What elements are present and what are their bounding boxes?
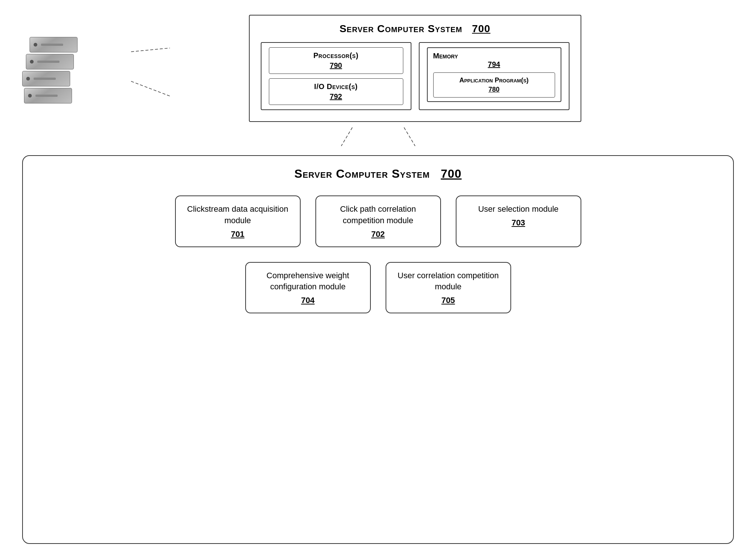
module-703-num: 703 xyxy=(468,218,569,228)
top-box-inner: Processor(s) 790 I/O Device(s) 792 Memor… xyxy=(261,42,569,110)
module-704-label: Comprehensive weight configuration modul… xyxy=(267,271,349,292)
memory-label: Memory xyxy=(433,52,458,60)
io-num: 792 xyxy=(277,92,396,101)
module-702: Click path correlation competition modul… xyxy=(315,195,441,247)
processor-label: Processor(s) xyxy=(313,51,358,59)
server-stack-icon xyxy=(22,37,81,103)
io-label: I/O Device(s) xyxy=(314,82,358,91)
top-server-title: Server Computer System 700 xyxy=(261,23,569,35)
module-702-label: Click path correlation competition modul… xyxy=(340,204,416,225)
svg-line-3 xyxy=(404,127,415,146)
server-unit-4 xyxy=(24,88,72,103)
io-box: I/O Device(s) 792 xyxy=(269,78,403,105)
server-icon-area xyxy=(22,15,96,103)
app-num: 780 xyxy=(439,86,549,93)
module-703-label: User selection module xyxy=(478,204,559,214)
module-703: User selection module 703 xyxy=(456,195,581,247)
page-container: Server Computer System 700 Processor(s) … xyxy=(0,0,756,555)
module-705: User correlation competition module 705 xyxy=(386,262,511,314)
server-unit-3 xyxy=(22,71,70,86)
bottom-server-title: Server Computer System 700 xyxy=(294,167,462,181)
module-701-label: Clickstream data acquisition module xyxy=(187,204,288,225)
processor-num: 790 xyxy=(277,61,396,70)
module-701: Clickstream data acquisition module 701 xyxy=(175,195,301,247)
bottom-server-box: Server Computer System 700 Clickstream d… xyxy=(22,155,734,544)
top-server-title-text: Server Computer System xyxy=(339,23,462,34)
bottom-section: Server Computer System 700 Clickstream d… xyxy=(22,155,734,544)
module-705-num: 705 xyxy=(397,296,499,305)
svg-line-2 xyxy=(341,127,352,146)
module-704: Comprehensive weight configuration modul… xyxy=(245,262,371,314)
middle-connector-lines xyxy=(323,126,434,148)
module-705-label: User correlation competition module xyxy=(398,271,499,292)
app-box: Application Program(s) 780 xyxy=(433,72,555,98)
top-box-right: Memory 794 Application Program(s) 780 xyxy=(419,42,569,110)
top-box-wrapper: Server Computer System 700 Processor(s) … xyxy=(96,15,734,122)
bottom-server-title-ref: 700 xyxy=(441,167,462,180)
module-702-num: 702 xyxy=(327,229,429,239)
modules-row-1: Clickstream data acquisition module 701 … xyxy=(41,195,715,247)
bottom-server-title-text: Server Computer System xyxy=(294,167,430,180)
app-label: Application Program(s) xyxy=(459,76,529,84)
top-section: Server Computer System 700 Processor(s) … xyxy=(22,15,734,122)
modules-row-2: Comprehensive weight configuration modul… xyxy=(41,262,715,314)
memory-box: Memory 794 Application Program(s) 780 xyxy=(427,47,561,102)
server-unit-1 xyxy=(30,37,78,52)
module-704-num: 704 xyxy=(257,296,359,305)
top-server-box: Server Computer System 700 Processor(s) … xyxy=(249,15,581,122)
memory-num: 794 xyxy=(433,60,555,69)
top-box-left: Processor(s) 790 I/O Device(s) 792 xyxy=(261,42,411,110)
processor-box: Processor(s) 790 xyxy=(269,47,403,74)
server-unit-2 xyxy=(26,54,74,69)
module-701-num: 701 xyxy=(187,229,289,239)
top-server-title-ref: 700 xyxy=(472,23,490,34)
